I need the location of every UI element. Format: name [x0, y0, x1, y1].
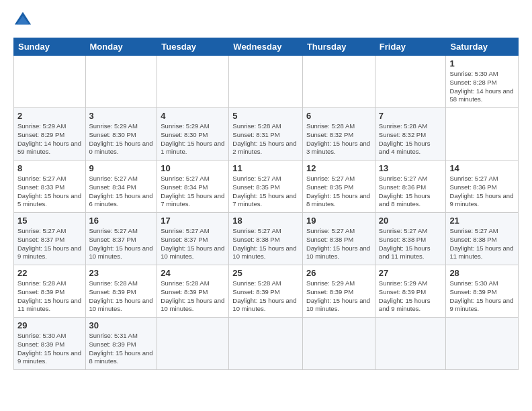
- calendar-cell: 19Sunrise: 5:27 AMSunset: 8:38 PMDayligh…: [302, 213, 375, 265]
- day-number: 26: [306, 268, 371, 278]
- calendar-cell: 25Sunrise: 5:28 AMSunset: 8:39 PMDayligh…: [229, 265, 303, 318]
- day-number: 12: [306, 163, 371, 173]
- day-number: 11: [232, 163, 299, 173]
- day-number: 10: [161, 163, 225, 173]
- day-number: 20: [379, 216, 443, 226]
- day-detail: Sunrise: 5:27 AMSunset: 8:34 PMDaylight:…: [89, 175, 153, 208]
- header: [13, 11, 519, 30]
- calendar-cell: 26Sunrise: 5:29 AMSunset: 8:39 PMDayligh…: [302, 265, 375, 318]
- day-detail: Sunrise: 5:30 AMSunset: 8:28 PMDaylight:…: [449, 70, 513, 103]
- calendar-cell: 10Sunrise: 5:27 AMSunset: 8:34 PMDayligh…: [157, 161, 229, 213]
- day-number: 3: [89, 111, 154, 121]
- calendar-week-row: 15Sunrise: 5:27 AMSunset: 8:37 PMDayligh…: [14, 213, 519, 265]
- calendar-cell: 27Sunrise: 5:29 AMSunset: 8:39 PMDayligh…: [375, 265, 446, 318]
- day-number: 24: [161, 268, 225, 278]
- day-number: 7: [379, 111, 443, 121]
- day-number: 13: [379, 163, 443, 173]
- day-detail: Sunrise: 5:31 AMSunset: 8:39 PMDaylight:…: [89, 332, 153, 365]
- calendar-cell: 17Sunrise: 5:27 AMSunset: 8:37 PMDayligh…: [157, 213, 229, 265]
- calendar-cell: 23Sunrise: 5:28 AMSunset: 8:39 PMDayligh…: [85, 265, 157, 318]
- calendar-day-header: Saturday: [446, 38, 519, 56]
- day-detail: Sunrise: 5:27 AMSunset: 8:33 PMDaylight:…: [17, 175, 81, 208]
- day-number: 27: [379, 268, 443, 278]
- day-number: 2: [17, 111, 82, 121]
- day-number: 28: [449, 268, 515, 278]
- day-detail: Sunrise: 5:27 AMSunset: 8:38 PMDaylight:…: [232, 227, 296, 260]
- day-detail: Sunrise: 5:28 AMSunset: 8:31 PMDaylight:…: [232, 122, 296, 155]
- calendar-day-header: Thursday: [302, 38, 375, 56]
- day-detail: Sunrise: 5:29 AMSunset: 8:30 PMDaylight:…: [161, 122, 224, 155]
- day-number: 17: [161, 216, 225, 226]
- logo-icon: [13, 11, 32, 30]
- day-detail: Sunrise: 5:27 AMSunset: 8:37 PMDaylight:…: [17, 227, 81, 260]
- calendar-cell: 30Sunrise: 5:31 AMSunset: 8:39 PMDayligh…: [85, 318, 157, 370]
- day-detail: Sunrise: 5:27 AMSunset: 8:38 PMDaylight:…: [379, 227, 431, 260]
- day-detail: Sunrise: 5:29 AMSunset: 8:39 PMDaylight:…: [379, 279, 431, 312]
- calendar-cell: 5Sunrise: 5:28 AMSunset: 8:31 PMDaylight…: [229, 108, 303, 161]
- day-number: 16: [89, 216, 154, 226]
- day-detail: Sunrise: 5:28 AMSunset: 8:32 PMDaylight:…: [379, 122, 431, 155]
- calendar-cell: [229, 56, 303, 108]
- day-number: 5: [232, 111, 299, 121]
- calendar-cell: [302, 56, 375, 108]
- day-number: 6: [306, 111, 371, 121]
- day-number: 19: [306, 216, 371, 226]
- calendar-day-header: Wednesday: [229, 38, 303, 56]
- logo: [13, 11, 35, 30]
- calendar-cell: 28Sunrise: 5:30 AMSunset: 8:39 PMDayligh…: [446, 265, 519, 318]
- day-number: 23: [89, 268, 154, 278]
- day-detail: Sunrise: 5:27 AMSunset: 8:38 PMDaylight:…: [306, 227, 370, 260]
- day-number: 8: [17, 163, 82, 173]
- day-number: 30: [89, 320, 154, 330]
- calendar-cell: [157, 318, 229, 370]
- calendar-table: SundayMondayTuesdayWednesdayThursdayFrid…: [13, 38, 519, 370]
- day-detail: Sunrise: 5:27 AMSunset: 8:37 PMDaylight:…: [89, 227, 153, 260]
- calendar-cell: [375, 56, 446, 108]
- day-detail: Sunrise: 5:28 AMSunset: 8:39 PMDaylight:…: [17, 279, 81, 312]
- calendar-cell: [302, 318, 375, 370]
- calendar-cell: 16Sunrise: 5:27 AMSunset: 8:37 PMDayligh…: [85, 213, 157, 265]
- calendar-cell: 4Sunrise: 5:29 AMSunset: 8:30 PMDaylight…: [157, 108, 229, 161]
- calendar-cell: 14Sunrise: 5:27 AMSunset: 8:36 PMDayligh…: [446, 161, 519, 213]
- calendar-cell: 29Sunrise: 5:30 AMSunset: 8:39 PMDayligh…: [14, 318, 86, 370]
- calendar-cell: 7Sunrise: 5:28 AMSunset: 8:32 PMDaylight…: [375, 108, 446, 161]
- calendar-cell: 20Sunrise: 5:27 AMSunset: 8:38 PMDayligh…: [375, 213, 446, 265]
- day-detail: Sunrise: 5:29 AMSunset: 8:29 PMDaylight:…: [17, 122, 81, 155]
- day-number: 18: [232, 216, 299, 226]
- calendar-cell: [375, 318, 446, 370]
- day-detail: Sunrise: 5:27 AMSunset: 8:35 PMDaylight:…: [306, 175, 370, 208]
- day-detail: Sunrise: 5:28 AMSunset: 8:39 PMDaylight:…: [89, 279, 153, 312]
- calendar-cell: 15Sunrise: 5:27 AMSunset: 8:37 PMDayligh…: [14, 213, 86, 265]
- day-number: 21: [449, 216, 515, 226]
- calendar-week-row: 1Sunrise: 5:30 AMSunset: 8:28 PMDaylight…: [14, 56, 519, 108]
- page: SundayMondayTuesdayWednesdayThursdayFrid…: [0, 0, 532, 411]
- day-detail: Sunrise: 5:28 AMSunset: 8:39 PMDaylight:…: [232, 279, 296, 312]
- day-number: 9: [89, 163, 154, 173]
- day-number: 15: [17, 216, 82, 226]
- calendar-week-row: 29Sunrise: 5:30 AMSunset: 8:39 PMDayligh…: [14, 318, 519, 370]
- calendar-cell: [229, 318, 303, 370]
- calendar-day-header: Monday: [85, 38, 157, 56]
- day-detail: Sunrise: 5:27 AMSunset: 8:38 PMDaylight:…: [449, 227, 513, 260]
- day-detail: Sunrise: 5:28 AMSunset: 8:32 PMDaylight:…: [306, 122, 370, 155]
- calendar-cell: 3Sunrise: 5:29 AMSunset: 8:30 PMDaylight…: [85, 108, 157, 161]
- day-detail: Sunrise: 5:29 AMSunset: 8:39 PMDaylight:…: [306, 279, 370, 312]
- day-number: 25: [232, 268, 299, 278]
- day-detail: Sunrise: 5:27 AMSunset: 8:35 PMDaylight:…: [232, 175, 296, 208]
- calendar-cell: [157, 56, 229, 108]
- calendar-cell: [14, 56, 86, 108]
- day-number: 29: [17, 320, 82, 330]
- calendar-cell: 2Sunrise: 5:29 AMSunset: 8:29 PMDaylight…: [14, 108, 86, 161]
- calendar-cell: 1Sunrise: 5:30 AMSunset: 8:28 PMDaylight…: [446, 56, 519, 108]
- day-detail: Sunrise: 5:27 AMSunset: 8:37 PMDaylight:…: [161, 227, 224, 260]
- calendar-cell: 12Sunrise: 5:27 AMSunset: 8:35 PMDayligh…: [302, 161, 375, 213]
- calendar-cell: 13Sunrise: 5:27 AMSunset: 8:36 PMDayligh…: [375, 161, 446, 213]
- calendar-cell: 21Sunrise: 5:27 AMSunset: 8:38 PMDayligh…: [446, 213, 519, 265]
- calendar-cell: 6Sunrise: 5:28 AMSunset: 8:32 PMDaylight…: [302, 108, 375, 161]
- calendar-cell: 22Sunrise: 5:28 AMSunset: 8:39 PMDayligh…: [14, 265, 86, 318]
- calendar-week-row: 8Sunrise: 5:27 AMSunset: 8:33 PMDaylight…: [14, 161, 519, 213]
- calendar-cell: [85, 56, 157, 108]
- calendar-day-header: Friday: [375, 38, 446, 56]
- calendar-day-header: Tuesday: [157, 38, 229, 56]
- calendar-cell: 24Sunrise: 5:28 AMSunset: 8:39 PMDayligh…: [157, 265, 229, 318]
